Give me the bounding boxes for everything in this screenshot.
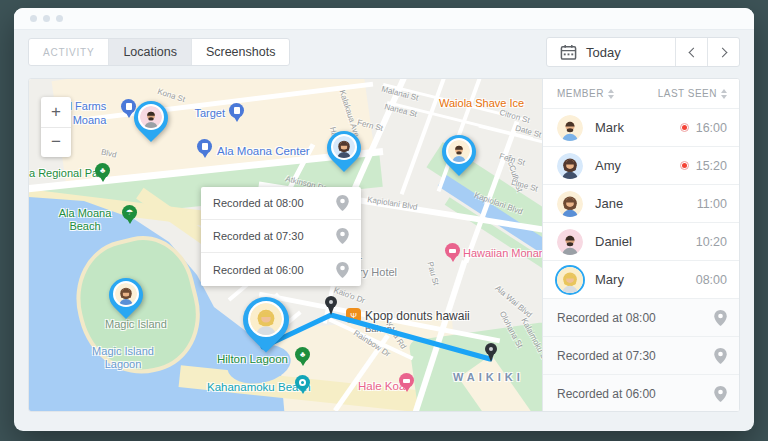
- last-seen-time: 08:00: [696, 273, 727, 287]
- popup-recorded-row[interactable]: Recorded at 07:30: [201, 220, 361, 253]
- member-pin-daniel[interactable]: [132, 99, 170, 145]
- tab-locations[interactable]: Locations: [109, 39, 192, 65]
- popup-recorded-label: Recorded at 06:00: [213, 264, 304, 276]
- last-seen-time: 10:20: [696, 235, 727, 249]
- location-pin-icon: [714, 348, 727, 364]
- recorded-label: Recorded at 06:00: [557, 387, 656, 401]
- popup-recorded-label: Recorded at 07:30: [213, 230, 304, 242]
- prev-day-button[interactable]: [675, 38, 707, 66]
- sort-icon: [608, 89, 614, 99]
- member-name: Daniel: [595, 234, 684, 249]
- member-pin-mark[interactable]: [440, 133, 478, 179]
- sort-by-member[interactable]: MEMBER: [557, 88, 614, 99]
- member-row-mary[interactable]: Mary 08:00: [543, 261, 740, 299]
- next-day-button[interactable]: [707, 38, 739, 66]
- avatar: [557, 153, 583, 179]
- recorded-label: Recorded at 07:30: [557, 349, 656, 363]
- location-pin-icon: [714, 386, 727, 402]
- live-indicator-icon: [680, 161, 689, 170]
- date-picker: Today: [546, 37, 740, 67]
- last-seen-column-label: LAST SEEN: [658, 88, 717, 99]
- map-canvas[interactable]: Kona St Malanai St Nanea St Fern St Kala…: [29, 79, 542, 411]
- last-seen-time: 11:00: [697, 197, 727, 211]
- member-pin-jane[interactable]: [107, 276, 145, 322]
- sidebar-header: MEMBER LAST SEEN: [543, 79, 740, 109]
- recorded-row[interactable]: Recorded at 07:30: [543, 337, 740, 375]
- window-titlebar[interactable]: [14, 8, 754, 30]
- chevron-right-icon: [717, 47, 727, 57]
- sort-icon: [721, 89, 727, 99]
- avatar: [557, 115, 583, 141]
- avatar: [331, 134, 357, 160]
- recorded-label: Recorded at 08:00: [557, 311, 656, 325]
- window-dot-icon[interactable]: [56, 15, 63, 22]
- last-seen-time: 15:20: [696, 159, 727, 173]
- location-pin-icon: [714, 310, 727, 326]
- avatar: [557, 267, 583, 293]
- member-name: Mary: [595, 272, 684, 287]
- popup-recorded-row[interactable]: Recorded at 06:00: [201, 253, 361, 286]
- zoom-out-button[interactable]: −: [41, 128, 71, 158]
- waypoint-pin-icon[interactable]: [484, 343, 498, 365]
- avatar: [446, 138, 472, 164]
- recorded-popup: Recorded at 08:00 Recorded at 07:30 Reco…: [201, 187, 361, 286]
- location-pin-icon: [336, 195, 349, 211]
- recorded-row[interactable]: Recorded at 06:00: [543, 375, 740, 412]
- waypoint-pin-icon[interactable]: [324, 296, 338, 318]
- avatar: [248, 301, 284, 337]
- members-sidebar: MEMBER LAST SEEN Mark 16:00 Amy 15:20: [542, 79, 740, 411]
- avatar: [557, 229, 583, 255]
- live-indicator-icon: [680, 123, 689, 132]
- location-pin-icon: [336, 262, 349, 278]
- avatar: [557, 191, 583, 217]
- toolbar: ACTIVITY Locations Screenshots Today: [28, 38, 740, 66]
- tab-screenshots[interactable]: Screenshots: [192, 39, 289, 65]
- app-window: ACTIVITY Locations Screenshots Today: [14, 8, 754, 431]
- date-picker-button[interactable]: Today: [547, 38, 675, 66]
- member-name: Mark: [595, 120, 668, 135]
- recorded-row[interactable]: Recorded at 08:00: [543, 299, 740, 337]
- member-pin-mary[interactable]: [239, 295, 293, 353]
- popup-recorded-row[interactable]: Recorded at 08:00: [201, 187, 361, 220]
- window-dot-icon[interactable]: [30, 15, 37, 22]
- member-name: Jane: [595, 196, 685, 211]
- tab-group: ACTIVITY Locations Screenshots: [28, 38, 290, 66]
- calendar-icon: [560, 44, 577, 61]
- popup-recorded-label: Recorded at 08:00: [213, 197, 304, 209]
- member-row-daniel[interactable]: Daniel 10:20: [543, 223, 740, 261]
- sort-by-last-seen[interactable]: LAST SEEN: [658, 88, 727, 99]
- member-name: Amy: [595, 158, 668, 173]
- member-column-label: MEMBER: [557, 88, 604, 99]
- member-row-jane[interactable]: Jane 11:00: [543, 185, 740, 223]
- member-row-amy[interactable]: Amy 15:20: [543, 147, 740, 185]
- chevron-left-icon: [688, 47, 698, 57]
- location-pin-icon: [336, 228, 349, 244]
- avatar: [138, 104, 164, 130]
- content-area: Kona St Malanai St Nanea St Fern St Kala…: [28, 78, 740, 412]
- avatar: [113, 281, 139, 307]
- member-row-mark[interactable]: Mark 16:00: [543, 109, 740, 147]
- window-dot-icon[interactable]: [43, 15, 50, 22]
- date-label: Today: [586, 45, 621, 60]
- map-zoom-control: + −: [41, 97, 71, 157]
- last-seen-time: 16:00: [696, 121, 727, 135]
- member-pin-amy[interactable]: [325, 129, 363, 175]
- tab-activity[interactable]: ACTIVITY: [29, 39, 109, 65]
- zoom-in-button[interactable]: +: [41, 97, 71, 128]
